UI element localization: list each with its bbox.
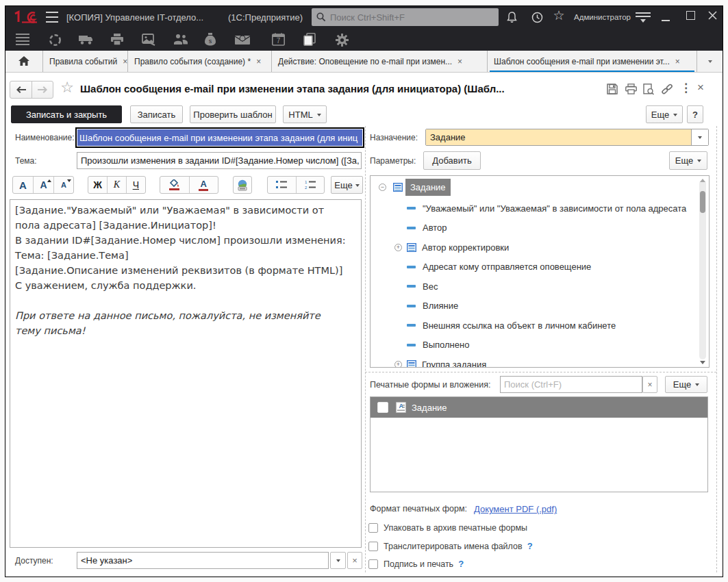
editor-more-button[interactable]: Еще [331, 176, 363, 194]
tree-item[interactable]: Внешняя ссылка на объект в личном кабине… [371, 316, 616, 335]
pack-archive-checkbox[interactable] [368, 523, 378, 533]
save-and-close-button[interactable]: Записать и закрыть [11, 105, 122, 123]
horizontal-splitter[interactable] [365, 372, 716, 372]
available-input[interactable]: <Не указан> [77, 552, 329, 569]
favorites-star-icon[interactable]: ☆ [551, 8, 566, 24]
back-button[interactable] [10, 81, 32, 98]
help-button[interactable]: ? [687, 105, 703, 123]
insert-image-button[interactable] [234, 177, 251, 193]
printer-icon[interactable] [110, 34, 124, 46]
documents-icon[interactable] [303, 33, 316, 46]
more-button-top[interactable]: Еще [646, 105, 683, 123]
font-color-button[interactable]: А [190, 177, 218, 193]
forward-button[interactable] [32, 81, 53, 98]
get-link-icon[interactable] [660, 83, 673, 95]
tree-scrollbar-thumb[interactable] [700, 191, 705, 213]
save-icon[interactable] [606, 83, 618, 95]
tab-close-icon[interactable]: × [457, 57, 462, 66]
favorite-star-icon[interactable]: ☆ [59, 79, 75, 97]
print-icon[interactable] [625, 83, 637, 95]
tab-event-rule-new[interactable]: Правило события (создание) *× [128, 51, 272, 72]
tree-item[interactable]: Автор [371, 218, 447, 238]
name-input[interactable]: Шаблон сообщения e-mail при изменении эт… [75, 127, 364, 148]
minimize-button[interactable] [662, 20, 670, 21]
check-template-button[interactable]: Проверить шаблон [190, 105, 276, 123]
connection-quality-icon[interactable] [636, 12, 652, 23]
users-icon[interactable] [173, 34, 188, 45]
more-actions-icon[interactable]: ⋮ [680, 81, 690, 96]
global-search-input[interactable]: Поиск Ctrl+Shift+F [312, 8, 499, 26]
discuss-icon[interactable] [48, 33, 62, 47]
available-dropdown-button[interactable] [330, 552, 346, 569]
calendar-icon[interactable]: 7 [271, 33, 285, 46]
tab-list-dropdown[interactable] [697, 51, 723, 72]
add-parameter-button[interactable]: Добавить [423, 151, 481, 170]
main-menu-icon[interactable] [45, 12, 59, 23]
attachments-search-input[interactable]: Поиск (Ctrl+F) [500, 376, 642, 393]
tree-root-label[interactable]: Задание [405, 179, 451, 196]
bullet-list-button[interactable] [268, 177, 297, 193]
tree-item[interactable]: Влияние [371, 296, 458, 316]
preview-icon[interactable] [642, 83, 655, 95]
close-window-button[interactable] [707, 10, 718, 21]
save-button[interactable]: Записать [130, 105, 183, 123]
attachments-more-button[interactable]: Еще [665, 376, 707, 393]
tab-close-icon[interactable]: × [123, 57, 127, 66]
pictures-icon[interactable] [141, 33, 156, 46]
font-size-increase-button[interactable]: А [34, 177, 54, 193]
tree-item[interactable]: "Уважаемый" или "Уважаемая" в зависимост… [371, 199, 686, 218]
html-mode-button[interactable]: HTML [283, 105, 327, 123]
tree-item[interactable]: + Автор корректировки [371, 238, 509, 257]
tree-item[interactable]: Вес [371, 277, 438, 296]
numbered-list-button[interactable]: 12 [297, 177, 325, 193]
available-clear-button[interactable]: × [347, 552, 362, 569]
attachments-table-row[interactable]: A Задание [371, 397, 707, 418]
attachments-search-clear-button[interactable]: × [642, 376, 657, 393]
tab-action-notification[interactable]: Действие: Оповещение по e-mail при измен… [272, 51, 488, 72]
parameters-tree[interactable]: − Задание "Уважаемый" или "Уважаемая" в … [370, 175, 710, 368]
transliterate-label[interactable]: Транслитерировать имена файлов [384, 542, 523, 551]
app-logo-1c[interactable] [12, 10, 40, 26]
purpose-combobox[interactable]: Задание [425, 129, 709, 146]
background-color-button[interactable] [160, 177, 190, 193]
tab-event-rules[interactable]: Правила событий× [43, 51, 128, 72]
transliterate-help-icon[interactable]: ? [527, 541, 533, 551]
italic-button[interactable]: К [108, 177, 126, 193]
tab-close-icon[interactable]: × [675, 57, 680, 66]
delivery-truck-icon[interactable] [78, 34, 94, 45]
right-splitter[interactable] [716, 126, 717, 572]
tab-close-icon[interactable]: × [256, 57, 261, 66]
signature-label[interactable]: Подпись и печать [384, 559, 453, 569]
tab-home[interactable] [5, 51, 43, 72]
money-bag-icon[interactable]: s [204, 33, 216, 46]
underline-button[interactable]: Ч [127, 177, 145, 193]
subject-input[interactable]: Произошли изменения в задании ID#[Задани… [77, 152, 362, 169]
attachment-checkbox[interactable] [377, 402, 388, 413]
expand-icon[interactable]: + [394, 361, 402, 368]
font-name-button[interactable]: А [13, 177, 34, 193]
parameters-more-button[interactable]: Еще [669, 151, 707, 170]
notifications-bell-icon[interactable] [505, 10, 518, 25]
tree-scroll-down-icon[interactable] [700, 361, 705, 364]
mail-icon[interactable] [234, 33, 250, 46]
tree-item[interactable]: Адресат кому отправляется оповещение [371, 257, 591, 277]
transliterate-checkbox[interactable] [368, 542, 378, 551]
tab-message-template[interactable]: Шаблон сообщения e-mail при изменении эт… [488, 51, 697, 72]
settings-gear-icon[interactable] [335, 33, 349, 47]
sections-menu-icon[interactable] [15, 34, 30, 45]
print-format-link[interactable]: Документ PDF (.pdf) [474, 504, 557, 514]
collapse-icon[interactable]: − [379, 184, 386, 191]
bold-button[interactable]: Ж [88, 177, 108, 193]
tree-item[interactable]: Выполнено [371, 336, 469, 355]
vertical-splitter[interactable] [365, 126, 366, 572]
maximize-button[interactable] [686, 11, 695, 20]
message-body-editor[interactable]: [Задание."Уважаемый" или "Уважаемая" в з… [10, 199, 362, 548]
history-icon[interactable] [529, 10, 544, 25]
tree-root-row[interactable]: − Задание [371, 177, 451, 197]
expand-icon[interactable]: + [394, 244, 402, 251]
close-form-icon[interactable]: × [694, 81, 707, 96]
font-size-decrease-button[interactable]: А [54, 177, 73, 193]
purpose-combobox-field[interactable]: Задание [426, 129, 691, 145]
current-user[interactable]: Администратор [574, 13, 631, 21]
signature-checkbox[interactable] [368, 559, 378, 569]
